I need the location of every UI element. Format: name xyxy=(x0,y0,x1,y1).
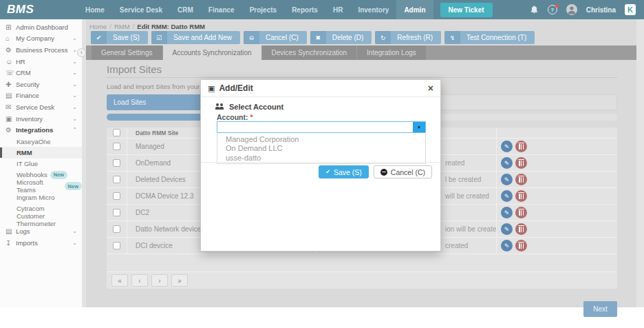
cancel-button[interactable]: Cancel (C) xyxy=(374,165,432,178)
row-checkbox[interactable] xyxy=(113,192,120,200)
page-footer xyxy=(0,307,644,328)
sidebar-subitem-ingram-micro[interactable]: Ingram Micro xyxy=(0,192,82,203)
new-ticket-button[interactable]: New Ticket xyxy=(440,3,493,17)
sidebar-item-inventory[interactable]: ▣Inventory⌄ xyxy=(0,113,82,125)
sidebar-subitem-microsoft-teams[interactable]: Microsoft TeamsNew xyxy=(0,181,82,192)
edit-button[interactable]: ✎ xyxy=(501,174,513,185)
delete-button[interactable] xyxy=(515,190,527,202)
sidebar-item-logs[interactable]: ▤Logs⌄ xyxy=(0,225,82,237)
row-checkbox[interactable] xyxy=(113,176,120,183)
edit-button[interactable]: ✎ xyxy=(501,207,513,218)
toolbar-button-save-and-add-new[interactable]: ☑Save and Add New xyxy=(151,31,240,44)
nav-item-finance[interactable]: Finance xyxy=(201,0,242,19)
edit-button[interactable]: ✎ xyxy=(501,157,513,169)
breadcrumb-rmm[interactable]: RMM xyxy=(114,23,130,30)
sidebar-item-admin-dashboard[interactable]: ⊞Admin Dashboard xyxy=(0,21,82,33)
row-checkbox[interactable] xyxy=(113,225,120,233)
sidebar-item-imports[interactable]: ↧Imports⌄ xyxy=(0,237,82,249)
tab-devices-synchronization[interactable]: Devices Synchronization xyxy=(262,45,357,60)
headset-icon: ☏ xyxy=(6,69,16,76)
pencil-icon: ✎ xyxy=(504,176,510,183)
sidebar-item-my-company[interactable]: ⌂My Company⌄ xyxy=(0,33,82,45)
avatar[interactable] xyxy=(566,4,577,15)
tab-integration-logs[interactable]: Integration Logs xyxy=(357,45,426,60)
nav-item-reports[interactable]: Reports xyxy=(284,0,325,19)
toolbar-button-save-s[interactable]: ✔Save (S) xyxy=(91,31,148,44)
select-all-checkbox[interactable] xyxy=(113,129,120,136)
nav-item-projects[interactable]: Projects xyxy=(242,0,284,19)
delete-button[interactable] xyxy=(515,141,527,152)
next-button[interactable]: Next xyxy=(583,301,617,317)
toolbar-button-delete-d[interactable]: ✖Delete (D) xyxy=(310,31,372,44)
nav-item-hr[interactable]: HR xyxy=(325,0,350,19)
sidebar-subitem-customer-thermometer[interactable]: Customer Thermometer xyxy=(0,214,82,225)
sidebar-subitem-label: IT Glue xyxy=(17,160,38,167)
delete-button[interactable] xyxy=(515,207,527,218)
nav-item-admin[interactable]: Admin xyxy=(396,0,433,19)
account-option[interactable]: Managed Corporation xyxy=(217,134,425,144)
kaseya-logo[interactable]: K xyxy=(625,4,636,15)
row-checkbox[interactable] xyxy=(113,159,120,167)
pencil-icon: ✎ xyxy=(504,143,510,150)
row-checkbox[interactable] xyxy=(113,209,120,216)
delete-button[interactable] xyxy=(515,174,527,185)
delete-button[interactable] xyxy=(515,157,527,169)
toolbar-button-test-connection-t[interactable]: ↯Test Connection (T) xyxy=(444,31,535,44)
edit-button[interactable]: ✎ xyxy=(501,223,513,235)
sidebar-item-label: Imports xyxy=(16,239,38,247)
close-icon[interactable]: × xyxy=(428,83,433,93)
row-checkbox-cell xyxy=(107,188,127,204)
tab-general-settings[interactable]: General Settings xyxy=(92,45,162,60)
last-page-button[interactable]: » xyxy=(171,274,188,287)
chevron-down-icon: ⌄ xyxy=(72,240,77,246)
row-checkbox[interactable] xyxy=(113,242,120,249)
toolbar-button-refresh-r[interactable]: ↻Refresh (R) xyxy=(375,31,441,44)
sidebar-subitem-kaseyaone[interactable]: KaseyaOne xyxy=(0,136,82,147)
nav-item-home[interactable]: Home xyxy=(78,0,112,19)
tab-accounts-synchronization[interactable]: Accounts Synchronization xyxy=(163,45,261,60)
boxes-icon: ▣ xyxy=(6,115,16,123)
user-name: Christina xyxy=(586,6,616,14)
modal-title: Add/Edit xyxy=(219,83,253,93)
sidebar-subitem-it-glue[interactable]: IT Glue xyxy=(0,158,82,170)
delete-button[interactable] xyxy=(515,240,527,252)
account-combobox[interactable] xyxy=(217,121,426,133)
nav-item-inventory[interactable]: Inventory xyxy=(350,0,396,19)
row-checkbox[interactable] xyxy=(113,143,120,150)
sidebar-item-security[interactable]: ✚Security⌄ xyxy=(0,79,82,90)
sidebar-collapse-button[interactable]: ‹ xyxy=(77,48,86,57)
row-checkbox-cell xyxy=(107,139,127,154)
add-edit-modal: ▣ Add/Edit × Select Account Account:* Ma… xyxy=(200,79,441,252)
sidebar-item-integrations[interactable]: ⚙Integrations⌃ xyxy=(0,124,82,136)
next-page-button[interactable]: › xyxy=(151,274,168,287)
chevron-down-icon: ⌄ xyxy=(72,70,77,76)
sidebar-subitem-rmm[interactable]: RMM xyxy=(0,147,82,158)
prev-page-button[interactable]: ‹ xyxy=(131,274,148,287)
sidebar-item-business-process[interactable]: ⚙Business Process⌄ xyxy=(0,44,82,56)
account-option[interactable]: usse-datto xyxy=(217,153,425,163)
edit-button[interactable]: ✎ xyxy=(501,190,513,202)
delete-button[interactable] xyxy=(515,223,527,235)
row-checkbox-cell xyxy=(107,172,127,187)
first-page-button[interactable]: « xyxy=(111,274,128,287)
sidebar-item-service-desk[interactable]: ✉Service Desk⌄ xyxy=(0,101,82,113)
nav-item-service-desk[interactable]: Service Desk xyxy=(112,0,170,19)
x-icon: ✖ xyxy=(310,31,326,44)
breadcrumb-home[interactable]: Home xyxy=(89,23,107,30)
sidebar-item-hr[interactable]: ☺HR⌄ xyxy=(0,56,82,68)
sidebar-item-finance[interactable]: ▤Finance⌄ xyxy=(0,90,82,102)
save-button[interactable]: ✔ Save (S) xyxy=(319,165,369,178)
edit-button[interactable]: ✎ xyxy=(501,240,513,252)
chevron-down-icon: ⌄ xyxy=(72,59,77,65)
sidebar-item-crm[interactable]: ☏CRM⌄ xyxy=(0,67,82,79)
edit-button[interactable]: ✎ xyxy=(501,141,513,152)
toolbar-button-cancel-c[interactable]: ⊖Cancel (C) xyxy=(244,31,307,44)
sidebar-scrollbar[interactable] xyxy=(82,19,86,307)
help-icon[interactable] xyxy=(548,5,557,14)
dropdown-arrow-icon[interactable] xyxy=(413,122,425,132)
account-option[interactable]: On Demand LLC xyxy=(217,144,425,154)
sidebar-subitem-label: RMM xyxy=(17,149,32,156)
nav-item-crm[interactable]: CRM xyxy=(170,0,201,19)
bell-icon[interactable] xyxy=(530,5,539,14)
page-scrollbar[interactable] xyxy=(636,19,644,307)
